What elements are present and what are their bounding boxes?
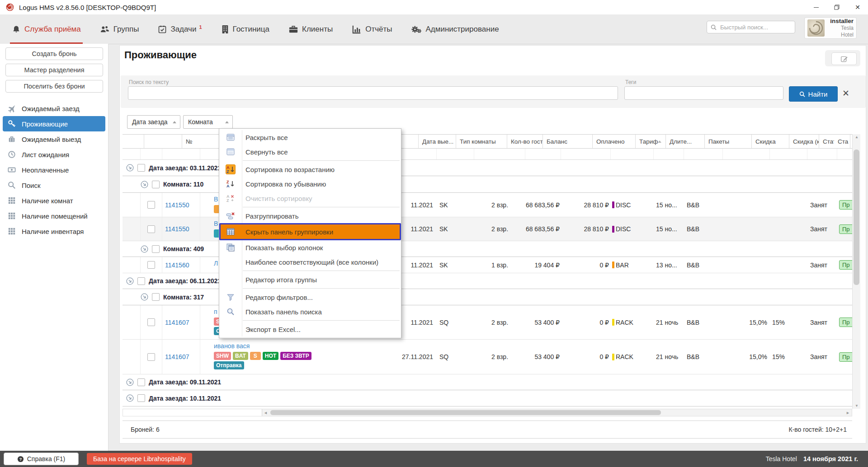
group-field-button[interactable]: Дата заезда [127, 115, 180, 129]
column-header[interactable] [144, 135, 182, 148]
sidebar-item[interactable]: Лист ожидания [0, 147, 108, 162]
nav-item[interactable]: Задачи 1 [156, 14, 203, 44]
menu-item[interactable]: Наиболее соответствующий (все колонки) [219, 255, 401, 269]
column-header[interactable]: Ста [834, 135, 850, 148]
nav-item[interactable]: Клиенты [287, 14, 335, 44]
column-header[interactable]: Дата вые... [419, 135, 456, 148]
group-checkbox[interactable] [152, 181, 160, 188]
sidebar-item[interactable]: Наличие помещений [0, 208, 108, 224]
menu-item[interactable]: AZ Очистить сортировку [219, 191, 401, 205]
clear-search-button[interactable]: ✕ [842, 88, 849, 98]
menu-item[interactable]: Раскрыть все [219, 130, 401, 145]
scroll-down-icon[interactable]: ▼ [853, 404, 861, 408]
clear-sort-icon: AZ [226, 194, 235, 203]
column-header[interactable]: Оплачено [593, 135, 636, 148]
find-button[interactable]: Найти [789, 86, 838, 102]
group-checkbox[interactable] [137, 378, 145, 386]
sidebar-action-button[interactable]: Поселить без брони [5, 80, 103, 93]
menu-item[interactable]: Редактор итога группы [219, 272, 401, 287]
column-header[interactable]: Баланс [543, 135, 593, 148]
scroll-up-icon[interactable]: ▲ [853, 135, 861, 139]
minimize-button[interactable] [806, 0, 826, 14]
group-checkbox[interactable] [152, 293, 160, 301]
row-checkbox[interactable] [147, 261, 155, 269]
group-expand-icon[interactable] [141, 293, 148, 301]
edit-button[interactable] [831, 52, 857, 65]
group-label: Дата заезда: 10.11.2021 [149, 395, 221, 402]
horizontal-scrollbar[interactable]: ◄ ► [123, 409, 852, 416]
menu-item[interactable]: Показать панель поиска [219, 304, 401, 319]
menu-item[interactable]: Редактор фильтров... [219, 290, 401, 304]
nav-item[interactable]: Администрирование [409, 14, 500, 44]
nav-item[interactable]: Гостиница [219, 14, 271, 44]
group-expand-icon[interactable] [126, 394, 134, 402]
menu-item[interactable]: Скрыть панель группировки [219, 223, 401, 240]
column-header[interactable]: Скидка [752, 135, 789, 148]
vertical-scroll-thumb[interactable] [854, 149, 859, 285]
menu-item[interactable]: Экспорт в Excel... [219, 322, 401, 336]
sidebar-item[interactable]: Ожидаемый выезд [0, 131, 108, 147]
help-button[interactable]: ? Справка (F1) [4, 453, 79, 465]
tag-chip: Отправка [214, 361, 244, 369]
menu-item[interactable]: Показать выбор колонок [219, 240, 401, 255]
grid-icon [7, 196, 16, 205]
nav-item[interactable]: Служба приёма [10, 14, 83, 44]
menu-item[interactable]: Свернуть все [219, 145, 401, 159]
search-text-input[interactable] [128, 86, 618, 100]
booking-number-link[interactable]: 1141607 [165, 353, 189, 360]
scroll-left-icon[interactable]: ◄ [264, 411, 268, 415]
sidebar-action-button[interactable]: Мастер разделения [5, 64, 103, 76]
group-checkbox[interactable] [137, 394, 145, 402]
sidebar-item-label: Ожидаемый выезд [22, 135, 81, 143]
column-header[interactable]: Пакеты [705, 135, 752, 148]
database-server-button[interactable]: База на сервере Librahospitality [87, 453, 192, 465]
nav-item[interactable]: Отчёты [350, 14, 394, 44]
tags-input[interactable] [624, 86, 783, 100]
group-checkbox[interactable] [152, 245, 160, 253]
column-header[interactable]: Длите... [666, 135, 705, 148]
booking-number-link[interactable]: 1141550 [165, 225, 189, 233]
maximize-button[interactable] [826, 0, 847, 14]
group-expand-icon[interactable] [126, 277, 134, 285]
group-checkbox[interactable] [137, 277, 145, 285]
menu-item[interactable]: AZ Сортировка по возрастанию [219, 162, 401, 177]
column-header[interactable] [123, 135, 144, 148]
sidebar-item[interactable]: Ожидаемый заезд [0, 101, 108, 116]
group-expand-icon[interactable] [141, 245, 148, 253]
nav-item[interactable]: Группы [98, 14, 141, 44]
group-expand-icon[interactable] [126, 378, 134, 386]
column-header[interactable]: Кол-во гост... [507, 135, 543, 148]
column-header[interactable]: Скидка (ко... [789, 135, 819, 148]
menu-item[interactable]: ZA Сортировка по убыванию [219, 177, 401, 191]
group-checkbox[interactable] [137, 164, 145, 172]
scroll-right-icon[interactable]: ► [846, 411, 850, 415]
room-type-cell: SK [437, 257, 474, 273]
group-field-label: Дата заезда [132, 118, 168, 126]
row-checkbox[interactable] [147, 353, 155, 361]
row-checkbox[interactable] [147, 201, 155, 209]
sidebar-item[interactable]: Проживающие [3, 116, 105, 131]
column-header[interactable]: Тариф [636, 135, 666, 148]
sidebar-item[interactable]: Наличие комнат [0, 193, 108, 208]
booking-number-link[interactable]: 1141607 [165, 319, 189, 326]
sidebar-item[interactable]: Поиск [0, 177, 108, 193]
row-checkbox[interactable] [147, 225, 155, 233]
close-button[interactable]: ✕ [847, 0, 868, 14]
column-header[interactable]: Статус... [819, 135, 834, 148]
column-header[interactable]: Тип комнаты [456, 135, 507, 148]
horizontal-scroll-thumb[interactable] [270, 410, 661, 415]
menu-item[interactable]: Разгруппировать [219, 209, 401, 223]
group-expand-icon[interactable] [141, 181, 148, 188]
row-checkbox[interactable] [147, 318, 155, 326]
quick-search-input[interactable] [719, 23, 789, 31]
sidebar-action-button[interactable]: Создать бронь [5, 47, 103, 60]
sidebar-item[interactable]: Неоплаченные [0, 162, 108, 177]
table-row[interactable]: 1141607 иванов вася SHWBATSHOTБЕЗ ЗВТР О… [123, 340, 852, 374]
group-expand-icon[interactable] [126, 164, 134, 172]
booking-number-link[interactable]: 1141560 [165, 262, 189, 269]
group-field-button[interactable]: Комната [183, 115, 233, 129]
booking-number-link[interactable]: 1141550 [165, 201, 189, 209]
vertical-scrollbar[interactable]: ▲ ▼ [852, 134, 860, 409]
user-panel[interactable]: installer Tesla Hotel [804, 17, 857, 39]
sidebar-item[interactable]: Наличие инвентаря [0, 224, 108, 239]
